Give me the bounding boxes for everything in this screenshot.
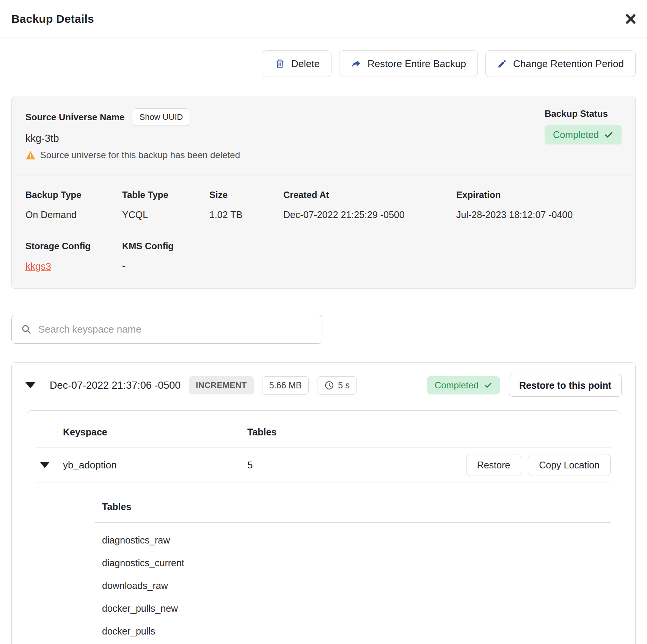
table-type-value: YCQL: [122, 209, 209, 220]
increment-header-row: Dec-07-2022 21:37:06 -0500 INCREMENT 5.6…: [12, 363, 635, 397]
delete-button-label: Delete: [291, 58, 320, 70]
created-at-value: Dec-07-2022 21:25:29 -0500: [283, 209, 456, 220]
tables-column-header: Tables: [247, 427, 611, 438]
delete-button[interactable]: Delete: [263, 50, 331, 77]
increment-duration-value: 5 s: [338, 380, 350, 391]
keyspace-caret-icon[interactable]: [40, 462, 49, 468]
keyspace-search-box: [11, 315, 322, 344]
clock-icon: [324, 380, 334, 390]
trash-icon: [275, 58, 285, 69]
check-icon: [604, 130, 613, 140]
backup-type-label: Backup Type: [25, 190, 122, 200]
keyspace-table-header: Keyspace Tables: [36, 411, 611, 448]
tables-sublist-divider: [95, 522, 611, 523]
keyspace-row-yb-adoption: yb_adoption 5 Restore Copy Location: [36, 448, 611, 482]
table-name-item: downloads_raw: [102, 574, 611, 597]
keyspace-name: yb_adoption: [63, 459, 247, 471]
created-at-label: Created At: [283, 190, 456, 200]
backup-summary-panel: Source Universe Name Show UUID kkg-3tb S…: [11, 96, 636, 289]
page-title: Backup Details: [11, 13, 94, 25]
change-retention-period-button[interactable]: Change Retention Period: [485, 50, 636, 77]
modal-header: Backup Details: [0, 0, 647, 38]
storage-config-label: Storage Config: [25, 241, 122, 251]
pencil-icon: [497, 59, 507, 69]
panel-divider: [12, 176, 635, 176]
check-icon: [484, 381, 492, 390]
change-retention-period-label: Change Retention Period: [513, 58, 624, 70]
size-label: Size: [209, 190, 283, 200]
size-value: 1.02 TB: [209, 209, 283, 220]
source-universe-label: Source Universe Name: [25, 112, 124, 123]
kms-config-label: KMS Config: [122, 241, 209, 251]
universe-deleted-warning: Source universe for this backup has been…: [25, 150, 240, 160]
warning-icon: [25, 151, 36, 160]
keyspace-search-input[interactable]: [38, 324, 313, 335]
table-name-item: diagnostics_current: [102, 551, 611, 574]
backup-meta-row: Backup Type On Demand Table Type YCQL Si…: [25, 190, 622, 220]
search-icon: [21, 324, 31, 335]
table-name-item: docker_pulls: [102, 620, 611, 642]
backup-status-value: Completed: [553, 129, 599, 140]
increment-backup-card: Dec-07-2022 21:37:06 -0500 INCREMENT 5.6…: [11, 362, 636, 644]
keyspace-column-header: Keyspace: [63, 427, 247, 438]
expiration-value: Jul-28-2023 18:12:07 -0400: [456, 209, 622, 220]
table-name-item: docker_pulls_new: [102, 597, 611, 620]
show-uuid-button[interactable]: Show UUID: [133, 108, 189, 126]
copy-location-button[interactable]: Copy Location: [528, 454, 611, 476]
close-icon: [624, 13, 637, 25]
tables-sublist: Tables diagnostics_raw diagnostics_curre…: [95, 482, 611, 642]
increment-timestamp: Dec-07-2022 21:37:06 -0500: [50, 380, 181, 391]
restore-to-this-point-button[interactable]: Restore to this point: [509, 374, 622, 397]
table-type-label: Table Type: [122, 190, 209, 200]
increment-duration-badge: 5 s: [317, 376, 357, 395]
close-button[interactable]: [623, 11, 639, 27]
kms-config-value: -: [122, 261, 209, 272]
restore-entire-backup-label: Restore Entire Backup: [367, 58, 466, 70]
restore-entire-backup-button[interactable]: Restore Entire Backup: [339, 50, 478, 77]
keyspace-table-count: 5: [247, 459, 466, 471]
tables-sublist-header: Tables: [95, 501, 611, 512]
config-row: Storage Config kkgs3 KMS Config -: [25, 241, 622, 272]
increment-type-badge: INCREMENT: [189, 376, 253, 394]
storage-config-link[interactable]: kkgs3: [25, 261, 51, 272]
warning-text: Source universe for this backup has been…: [40, 150, 240, 160]
increment-status-value: Completed: [435, 380, 479, 391]
keyspace-table-card: Keyspace Tables yb_adoption 5 Restore Co…: [27, 410, 620, 644]
backup-type-value: On Demand: [25, 209, 122, 220]
collapse-caret-icon[interactable]: [25, 382, 35, 388]
table-name-item: diagnostics_raw: [102, 529, 611, 551]
increment-size-badge: 5.66 MB: [262, 376, 309, 395]
backup-status-label: Backup Status: [545, 108, 608, 119]
increment-status-badge: Completed: [427, 376, 500, 394]
expiration-label: Expiration: [456, 190, 622, 200]
universe-name: kkg-3tb: [25, 133, 240, 145]
restore-arrow-icon: [351, 58, 361, 69]
actions-row: Delete Restore Entire Backup Change Rete…: [11, 50, 636, 77]
backup-status-badge: Completed: [545, 125, 622, 145]
restore-keyspace-button[interactable]: Restore: [466, 454, 521, 476]
